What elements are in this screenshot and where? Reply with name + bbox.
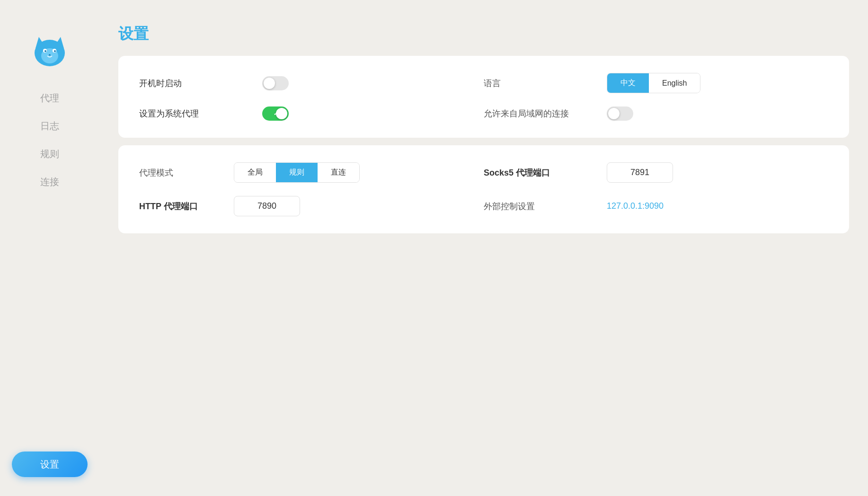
- sidebar-settings-button[interactable]: 设置: [12, 452, 88, 477]
- external-control-right: 外部控制设置 127.0.0.1:9090: [484, 201, 828, 212]
- socks5-right: Socks5 代理端口: [484, 162, 828, 183]
- external-control-label: 外部控制设置: [484, 201, 607, 212]
- general-settings-card: 开机时启动 语言 中文 English 设置为系统代理 ✓: [118, 56, 849, 138]
- auto-start-toggle[interactable]: [262, 76, 289, 90]
- auto-start-label: 开机时启动: [139, 78, 262, 89]
- svg-point-6: [44, 50, 46, 52]
- language-label: 语言: [484, 78, 607, 89]
- sidebar: 代理 日志 规则 连接 设置: [0, 0, 99, 496]
- system-proxy-knob: [276, 108, 287, 119]
- allow-lan-right: 允许来自局域网的连接: [484, 106, 828, 121]
- allow-lan-toggle[interactable]: [607, 106, 633, 121]
- http-port-label: HTTP 代理端口: [139, 201, 234, 212]
- lang-chinese-button[interactable]: 中文: [607, 73, 649, 93]
- mode-direct-button[interactable]: 直连: [318, 163, 359, 182]
- sidebar-nav: 代理 日志 规则 连接: [0, 85, 99, 452]
- svg-point-7: [54, 50, 56, 52]
- proxy-row-2: HTTP 代理端口 外部控制设置 127.0.0.1:9090: [139, 196, 828, 216]
- auto-start-knob: [264, 78, 275, 89]
- system-proxy-left: 设置为系统代理 ✓: [139, 106, 484, 121]
- proxy-mode-left: 代理模式 全局 规则 直连: [139, 162, 484, 183]
- general-row-2: 设置为系统代理 ✓ 允许来自局域网的连接: [139, 106, 828, 121]
- proxy-row-1: 代理模式 全局 规则 直连 Socks5 代理端口: [139, 162, 828, 183]
- sidebar-item-proxy[interactable]: 代理: [0, 85, 99, 111]
- page-title: 设置: [118, 24, 849, 44]
- mode-rules-button[interactable]: 规则: [276, 163, 318, 182]
- http-port-input[interactable]: [234, 196, 300, 216]
- svg-point-8: [49, 54, 51, 56]
- language-toggle: 中文 English: [607, 73, 700, 93]
- sidebar-item-log[interactable]: 日志: [0, 113, 99, 139]
- socks5-port-input[interactable]: [607, 162, 673, 183]
- proxy-settings-card: 代理模式 全局 规则 直连 Socks5 代理端口 HTTP 代理端口 外部控制…: [118, 145, 849, 233]
- sidebar-item-connections[interactable]: 连接: [0, 169, 99, 195]
- language-right: 语言 中文 English: [484, 73, 828, 93]
- system-proxy-label: 设置为系统代理: [139, 108, 262, 119]
- sidebar-item-rules[interactable]: 规则: [0, 141, 99, 167]
- system-proxy-toggle[interactable]: ✓: [262, 106, 289, 121]
- socks5-label: Socks5 代理端口: [484, 167, 607, 178]
- auto-start-left: 开机时启动: [139, 76, 484, 90]
- main-content: 设置 开机时启动 语言 中文 English 设置为系统代理: [99, 0, 868, 496]
- external-control-value[interactable]: 127.0.0.1:9090: [607, 201, 664, 211]
- app-logo: [28, 28, 71, 71]
- http-port-left: HTTP 代理端口: [139, 196, 484, 216]
- mode-global-button[interactable]: 全局: [234, 163, 276, 182]
- general-row-1: 开机时启动 语言 中文 English: [139, 73, 828, 93]
- allow-lan-knob: [608, 108, 620, 119]
- lang-english-button[interactable]: English: [649, 73, 700, 93]
- system-proxy-check: ✓: [274, 111, 278, 117]
- proxy-mode-toggle: 全局 规则 直连: [234, 162, 360, 183]
- allow-lan-label: 允许来自局域网的连接: [484, 108, 607, 119]
- proxy-mode-label: 代理模式: [139, 167, 234, 178]
